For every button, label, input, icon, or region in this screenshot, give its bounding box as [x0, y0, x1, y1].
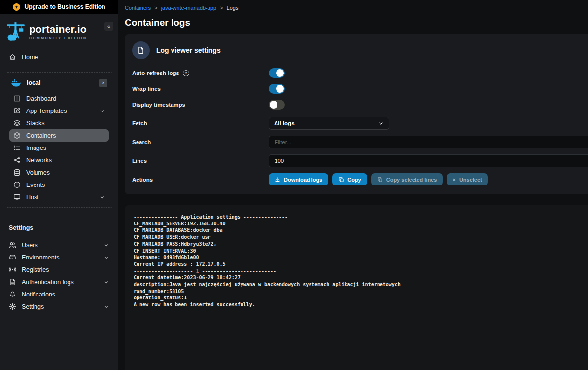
sidebar-item-settings[interactable]: Settings — [5, 300, 113, 313]
collapse-sidebar-button[interactable]: « — [104, 22, 113, 31]
sidebar-item-environments[interactable]: Environments — [5, 251, 113, 263]
action-buttons: Download logs Copy Copy selected lines ×… — [269, 173, 488, 185]
breadcrumb-current-logs: Logs — [227, 5, 239, 11]
search-row: Search — [132, 136, 588, 148]
fetch-select[interactable]: All logs — [269, 117, 389, 130]
log-viewer-settings-panel: Log viewer settings Auto-refresh logs ? … — [125, 34, 588, 194]
wrap-lines-row: Wrap lines — [132, 84, 588, 94]
toggle-knob — [276, 69, 284, 77]
portainer-logo-icon — [6, 20, 27, 43]
copy-icon — [377, 177, 383, 183]
sidebar-item-label: Networks — [26, 157, 52, 164]
sidebar-item-host[interactable]: Host — [9, 191, 109, 203]
sidebar-item-label: Host — [26, 194, 39, 201]
copy-icon — [338, 177, 344, 183]
download-logs-button[interactable]: Download logs — [269, 173, 328, 185]
sidebar-item-home[interactable]: Home — [5, 51, 113, 63]
breadcrumb-link-containers[interactable]: Containers — [125, 5, 151, 11]
log-line: rand_number:58105 — [134, 288, 579, 295]
auto-refresh-row: Auto-refresh logs ? — [132, 68, 588, 78]
box-icon — [13, 132, 21, 139]
sidebar-item-stacks[interactable]: Stacks — [9, 117, 109, 129]
chevron-down-icon — [99, 108, 105, 114]
environment-name: local — [27, 79, 41, 86]
upgrade-label: Upgrade to Business Edition — [24, 3, 105, 10]
sidebar-item-containers[interactable]: Containers — [9, 129, 109, 142]
logo-row: portainer.io COMMUNITY EDITION « — [0, 14, 118, 47]
chevron-down-icon — [99, 194, 105, 200]
search-input[interactable] — [269, 136, 588, 148]
layers-icon — [13, 119, 21, 127]
display-timestamps-row: Display timestamps — [132, 100, 588, 110]
panel-title: Log viewer settings — [156, 46, 221, 54]
sidebar-item-registries[interactable]: Registries — [5, 263, 113, 276]
page-title: Container logs — [125, 17, 588, 28]
docker-whale-icon — [11, 79, 22, 87]
unselect-button[interactable]: × Unselect — [447, 173, 487, 185]
log-lines-after: Current datetime:2023-06-29 18:42:27desc… — [134, 274, 579, 308]
log-line: CF_INSERT_INTERVAL:30 — [134, 248, 579, 255]
log-line: CF_MARIADB_DATABASE:docker_dba — [134, 227, 579, 234]
sidebar-item-label: Events — [26, 182, 45, 188]
logo-title: portainer.io — [29, 23, 87, 35]
sidebar-item-label: Environments — [22, 254, 59, 261]
share-icon — [13, 156, 21, 164]
bell-icon — [9, 291, 16, 298]
chevron-down-icon — [104, 242, 109, 248]
sidebar-item-notifications[interactable]: Notifications — [5, 288, 113, 300]
chevron-down-icon — [378, 121, 384, 126]
wrap-lines-label: Wrap lines — [132, 86, 269, 92]
sidebar-item-events[interactable]: Events — [9, 179, 109, 191]
sidebar-item-label: Home — [22, 54, 38, 61]
fetch-select-value: All logs — [274, 120, 295, 126]
lines-label: Lines — [132, 158, 269, 164]
logo-subtitle: COMMUNITY EDITION — [29, 37, 87, 40]
sidebar-item-label: Images — [26, 145, 46, 151]
sidebar-item-images[interactable]: Images — [9, 142, 109, 154]
settings-menu: Users Environments Registries Authentica… — [5, 239, 113, 313]
users-icon — [9, 241, 16, 249]
document-icon — [132, 41, 150, 59]
help-icon[interactable]: ? — [183, 70, 189, 76]
upgrade-banner[interactable]: Upgrade to Business Edition — [0, 0, 118, 14]
copy-selected-lines-button[interactable]: Copy selected lines — [371, 173, 443, 185]
sidebar-item-label: Settings — [22, 303, 44, 310]
x-icon: × — [452, 177, 455, 183]
sidebar-item-label: Notifications — [22, 291, 55, 298]
sidebar-item-users[interactable]: Users — [5, 239, 113, 251]
auto-refresh-toggle[interactable] — [269, 68, 285, 78]
log-line: description:Java jest najczęściej używan… — [134, 281, 579, 288]
lines-input[interactable] — [269, 154, 588, 167]
toggle-knob — [270, 101, 277, 109]
display-timestamps-toggle[interactable] — [269, 100, 285, 110]
sidebar-item-label: Dashboard — [26, 95, 56, 102]
log-line: A new row has been inserted successfully… — [134, 301, 579, 308]
download-icon — [275, 177, 280, 183]
log-console[interactable]: --------------- Application settings ---… — [125, 205, 588, 370]
sidebar-item-volumes[interactable]: Volumes — [9, 166, 109, 179]
sidebar-item-networks[interactable]: Networks — [9, 154, 109, 166]
copy-button[interactable]: Copy — [332, 173, 367, 185]
sidebar-item-dashboard[interactable]: Dashboard — [9, 92, 109, 105]
clock-icon — [13, 181, 21, 188]
sidebar-item-label: Stacks — [26, 120, 45, 127]
log-line: operation_status:1 — [134, 295, 579, 301]
wrap-lines-toggle[interactable] — [269, 84, 285, 94]
breadcrumb: Containers > java-write-mariadb-app > Lo… — [125, 5, 588, 11]
display-timestamps-label: Display timestamps — [132, 102, 269, 108]
breadcrumb-link-container[interactable]: java-write-mariadb-app — [161, 5, 217, 11]
chevron-down-icon — [104, 304, 109, 310]
log-lines-before: --------------- Application settings ---… — [134, 214, 579, 268]
dashboard-icon — [13, 95, 21, 102]
close-environment-button[interactable]: × — [99, 79, 107, 87]
fetch-row: Fetch All logs — [132, 117, 588, 130]
sidebar-item-app-templates[interactable]: App Templates — [9, 105, 109, 117]
chevron-down-icon — [104, 255, 109, 260]
log-line: CF_MARIADB_PASS:Hdbryu3te72, — [134, 241, 579, 248]
breadcrumb-separator: > — [220, 5, 223, 11]
file-text-icon — [9, 278, 16, 286]
environment-header[interactable]: local × — [9, 75, 109, 91]
arrow-up-circle-icon — [13, 3, 20, 11]
search-label: Search — [132, 139, 269, 145]
sidebar-item-authentication-logs[interactable]: Authentication logs — [5, 276, 113, 288]
